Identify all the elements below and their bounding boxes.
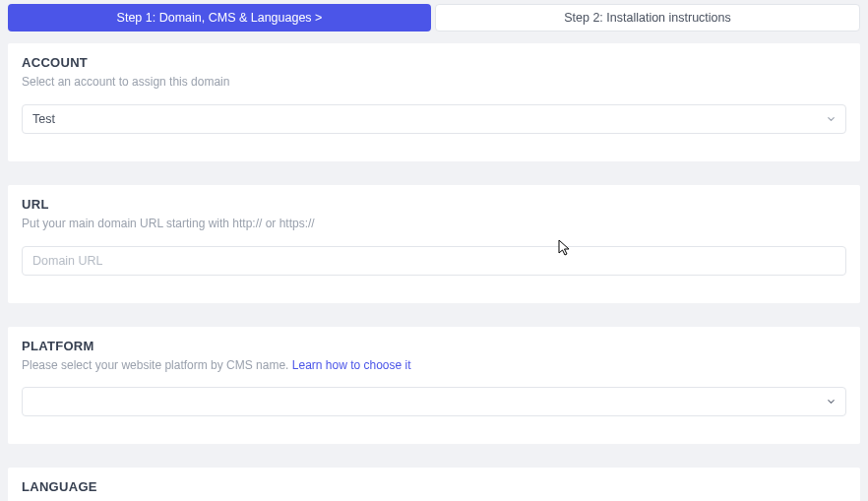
account-select[interactable]: Test	[22, 104, 846, 134]
account-title: ACCOUNT	[22, 55, 846, 70]
tab-step2-label: Step 2: Installation instructions	[564, 11, 731, 25]
platform-title: PLATFORM	[22, 339, 846, 353]
tab-step1-label: Step 1: Domain, CMS & Languages >	[117, 11, 323, 25]
language-title: LANGUAGE	[22, 479, 846, 494]
tab-step1[interactable]: Step 1: Domain, CMS & Languages >	[8, 4, 431, 31]
platform-desc: Please select your website platform by C…	[22, 357, 846, 374]
url-section: URL Put your main domain URL starting wi…	[8, 185, 860, 303]
platform-learn-link[interactable]: Learn how to choose it	[292, 358, 411, 372]
url-desc: Put your main domain URL starting with h…	[22, 216, 846, 232]
account-select-value: Test	[32, 112, 55, 126]
account-desc: Select an account to assign this domain	[22, 74, 846, 91]
platform-desc-text: Please select your website platform by C…	[22, 358, 292, 372]
step-tabs: Step 1: Domain, CMS & Languages > Step 2…	[0, 0, 868, 31]
platform-select[interactable]	[22, 387, 846, 416]
platform-section: PLATFORM Please select your website plat…	[8, 327, 860, 445]
language-section: LANGUAGE Select the base language of you…	[8, 468, 860, 501]
url-input[interactable]	[22, 246, 846, 276]
account-section: ACCOUNT Select an account to assign this…	[8, 43, 860, 161]
tab-step2[interactable]: Step 2: Installation instructions	[435, 4, 860, 31]
url-title: URL	[22, 197, 846, 212]
